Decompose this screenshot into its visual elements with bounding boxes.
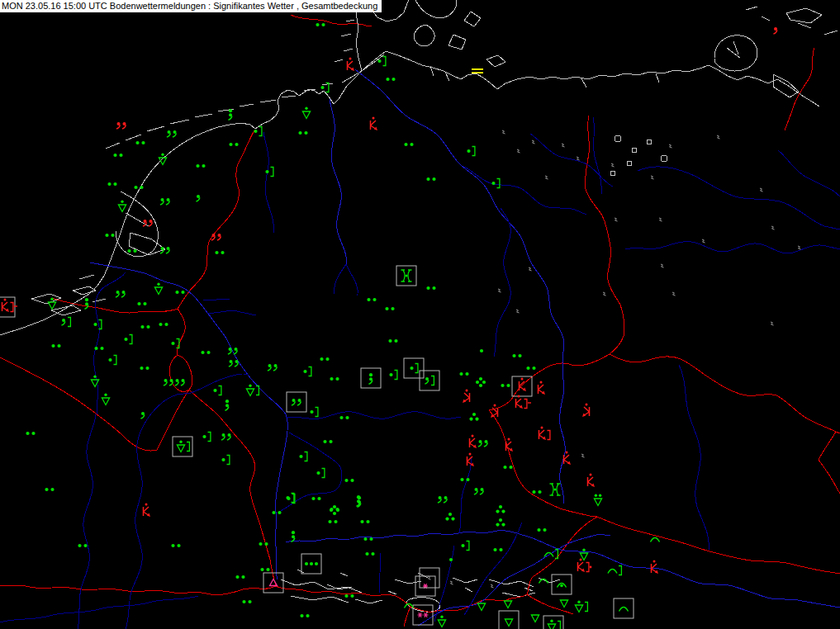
weather-symbol-thunderstorm	[470, 435, 477, 449]
weather-symbol-rain-past-hour	[461, 542, 469, 551]
weather-symbol-continuous-slight-rain	[501, 384, 510, 387]
weather-symbol-layer	[0, 23, 801, 629]
weather-symbol-drizzle-past-hour	[61, 318, 70, 327]
weather-symbol-continuous-moderate-rain	[496, 518, 505, 527]
weather-symbol-continuous-slight-rain	[367, 298, 376, 301]
weather-symbol-thunderstorm-past-hour-minus	[0, 297, 17, 317]
river-layer	[90, 69, 840, 626]
weather-symbol-slight-rain-shower	[118, 201, 126, 212]
weather-symbol-continuous-slight-rain	[363, 537, 373, 541]
weather-symbol-continuous-moderate-rain	[445, 513, 454, 521]
weather-symbol-moderate-rain-shower	[594, 494, 601, 506]
weather-symbol-continuous-slight-rain	[339, 416, 349, 419]
weather-symbol-rain-shower	[504, 601, 511, 608]
weather-symbol-station-mark	[669, 144, 672, 148]
weather-symbol-continuous-slight-drizzle	[116, 291, 126, 297]
weather-symbol-continuous-slight-rain	[175, 291, 184, 294]
weather-symbol-rain-shower	[499, 611, 519, 629]
weather-symbol-rain-past-hour	[202, 433, 211, 442]
weather-symbol-station-mark	[491, 584, 494, 588]
weather-symbol-intermittent-slight-drizzle	[773, 27, 777, 34]
country-border-layer	[0, 15, 840, 627]
weather-symbol-slight-rain-shower	[580, 549, 587, 560]
weather-symbol-intermittent-slight-drizzle	[140, 412, 145, 419]
weather-symbol-thunderstorm-past-hour	[539, 427, 550, 441]
weather-symbol-rain-past-hour	[254, 127, 262, 136]
weather-symbol-station-mark	[771, 322, 774, 325]
weather-symbol-station-mark	[532, 140, 535, 144]
weather-symbol-slight-drizzle-and-rain	[291, 531, 295, 542]
weather-symbol-continuous-slight-rain	[386, 78, 395, 81]
weather-symbol-continuous-slight-rain	[360, 520, 369, 523]
weather-symbol-continuous-slight-rain	[105, 234, 114, 237]
weather-symbol-continuous-slight-drizzle	[478, 440, 488, 447]
weather-symbol-continuous-slight-rain	[201, 351, 210, 354]
weather-symbol-rain-past-hour	[310, 408, 318, 417]
weather-symbol-station-mark	[529, 267, 532, 271]
weather-symbol-thunderstorm	[652, 560, 659, 575]
weather-symbol-thunderstorm-variant	[582, 404, 590, 418]
weather-symbol-slight-rain-shower	[154, 283, 162, 295]
weather-symbol-rain-past-hour	[124, 335, 132, 344]
weather-symbol-continuous-slight-rain	[526, 367, 535, 370]
weather-symbol-continuous-slight-rain	[259, 542, 268, 546]
weather-symbol-slight-rain-shower	[302, 107, 310, 119]
weather-symbol-continuous-slight-rain	[171, 544, 180, 547]
weather-symbol-thunderstorm	[144, 504, 151, 518]
weather-symbol-continuous-slight-rain	[260, 568, 269, 571]
weather-symbol-thunderstorm	[371, 117, 378, 131]
weather-symbol-continuous-slight-rain	[78, 544, 87, 547]
weather-symbol-continuous-slight-rain	[330, 377, 339, 381]
weather-symbol-continuous-slight-drizzle	[116, 122, 126, 129]
weather-symbol-continuous-slight-rain	[323, 440, 332, 443]
weather-symbol-station-mark	[545, 176, 548, 179]
weather-symbol-thunderstorm-past-hour-minus	[516, 395, 532, 409]
weather-symbol-snow-moderate	[413, 605, 433, 625]
weather-symbol-drizzle-past-hour	[420, 371, 439, 390]
weather-symbol-slight-drizzle-and-rain	[84, 298, 88, 309]
weather-symbol-continuous-slight-rain	[300, 614, 309, 617]
weather-symbol-station-mark	[603, 292, 606, 296]
weather-symbol-continuous-slight-rain	[493, 548, 502, 551]
weather-symbol-continuous-slight-rain	[113, 154, 122, 157]
weather-app-window: MON 23.05.16 15:00 UTC Bodenwettermeldun…	[0, 0, 840, 629]
weather-symbol-continuous-slight-rain	[26, 432, 35, 435]
weather-symbol-thunderstorm	[539, 381, 546, 395]
weather-symbol-station-mark	[498, 289, 501, 292]
weather-symbol-rain-shower	[477, 603, 485, 611]
map-title: MON 23.05.16 15:00 UTC Bodenwettermeldun…	[2, 1, 377, 11]
weather-symbol-continuous-slight-rain	[196, 164, 205, 168]
weather-symbol-rain-shower	[560, 600, 567, 608]
weather-symbol-continuous-slight-rain	[385, 307, 394, 310]
weather-symbol-station-mark	[420, 568, 439, 588]
weather-symbol-intermittent-slight-drizzle	[196, 195, 200, 201]
weather-symbol-rain-past-hour	[303, 367, 311, 376]
weather-symbol-continuous-slight-rain	[215, 251, 224, 254]
weather-symbol-funnel-cloud	[396, 266, 416, 286]
weather-symbol-continuous-slight-rain	[460, 478, 469, 481]
weather-symbol-continuous-slight-rain	[344, 594, 354, 598]
weather-symbol-slight-rain-shower	[102, 394, 109, 405]
weather-symbol-continuous-slight-rain	[127, 249, 136, 253]
weather-symbol-continuous-slight-drizzle	[175, 379, 185, 385]
weather-symbol-continuous-slight-rain	[512, 354, 521, 357]
weather-symbol-continuous-heavy-rain	[476, 377, 486, 387]
weather-symbol-station-mark	[702, 239, 705, 243]
weather-symbol-thunderstorm-variant	[491, 404, 498, 419]
weather-symbol-continuous-slight-rain	[404, 143, 413, 146]
weather-symbol-continuous-slight-rain	[107, 182, 116, 186]
weather-symbol-continuous-slight-rain	[137, 302, 146, 305]
coastline-layer	[0, 0, 838, 612]
weather-symbol-station-mark	[516, 310, 520, 313]
weather-symbol-station-mark	[611, 163, 615, 167]
weather-symbol-continuous-moderate-rain	[469, 413, 478, 421]
weather-map-canvas[interactable]	[0, 0, 840, 629]
weather-symbol-station-mark	[651, 176, 654, 179]
weather-symbol-continuous-slight-rain	[134, 186, 143, 189]
weather-symbol-thunderstorm	[588, 474, 596, 488]
weather-symbol-continuous-slight-rain	[459, 372, 468, 376]
weather-symbol-continuous-slight-rain	[320, 357, 329, 361]
weather-symbol-station-mark	[798, 246, 801, 249]
weather-symbol-continuous-slight-rain	[135, 141, 145, 144]
weather-symbol-shower-past-hour	[246, 385, 259, 396]
